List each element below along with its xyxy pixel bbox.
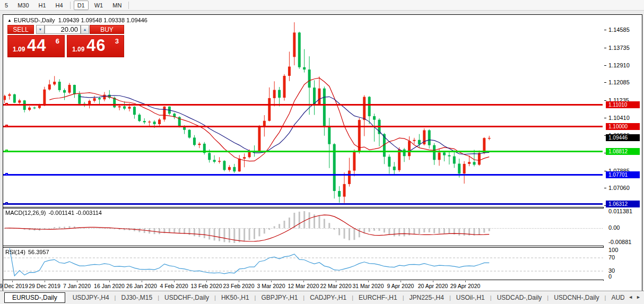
macd-axis-label: 0.011381 [608,208,632,214]
price-level-line[interactable] [3,104,603,106]
rsi-value: 56.3957 [28,249,49,255]
tab-item-usdjpy-h4[interactable]: USDJPY-,H4 [67,294,115,301]
tab-scroll-controls: ◄► [624,294,642,300]
timeframe-toolbar: 5M30H1H4D1W1MN [0,0,644,11]
date-tick [142,281,142,282]
rsi-label: RSI(14)56.3957 [5,249,49,255]
price-tick-label: 1.12910 [608,62,630,68]
date-tick [465,281,466,282]
timeframe-button-w1[interactable]: W1 [91,1,107,10]
macd-label: MACD(12,26,9)-0.001141 -0.003114 [5,210,102,216]
price-panel: ▲EURUSD-,Daily 1.09439 1.09548 1.09338 1… [3,15,604,207]
macd-axis-label: 0.00 [608,224,620,231]
date-label: 9 Apr 2020 [387,283,414,289]
price-tick [604,48,606,48]
price-level-line[interactable] [3,126,603,127]
macd-values: -0.001141 -0.003114 [48,210,102,216]
price-level-chip: 1.06312 [606,201,640,207]
timeframe-button-h4[interactable]: H4 [52,1,67,10]
price-level-line[interactable] [3,203,603,205]
volume-input[interactable] [45,25,81,34]
price-level-handle[interactable] [5,202,8,205]
chart-title-ohlc: 1.09439 1.09548 1.09338 1.09446 [58,17,147,23]
chart-title: ▲EURUSD-,Daily 1.09439 1.09548 1.09338 1… [7,17,147,23]
timeframe-button-h1[interactable]: H1 [35,1,50,10]
tab-item-usdcnh-daily[interactable]: USDCNH-,Daily [549,294,604,301]
rsi-axis-label: 0 [608,273,612,280]
price-tick [604,188,606,188]
timeframe-button-m30[interactable]: M30 [14,1,32,10]
tab-item-dj30-m15[interactable]: DJ30-,M15 [116,294,158,301]
tab-item-gbpjpy-h1[interactable]: GBPJPY-,H1 [256,294,303,301]
date-tick [174,281,175,282]
sell-price-box[interactable]: 1.09 44 6 [7,35,65,57]
sell-button[interactable]: SELL [7,25,34,34]
buy-price-prefix: 1.09 [72,46,84,53]
price-level-chip: 1.10000 [606,123,640,130]
tab-item-cadjpy-h1[interactable]: CADJPY-,H1 [304,294,352,301]
price-level-handle[interactable] [5,125,8,127]
timeframe-button-5[interactable]: 5 [1,1,12,10]
timeframe-button-mn[interactable]: MN [109,1,125,10]
date-tick [401,281,401,282]
price-axis[interactable]: 1.110101.100001.094461.088121.077011.063… [604,15,642,290]
price-tick [604,30,606,30]
sell-price-sup: 6 [56,37,59,45]
rsi-axis-label: 100 [608,247,618,253]
date-label: 20 Apr 2020 [418,283,448,289]
buy-button[interactable]: BUY [90,25,124,34]
date-tick [433,281,433,282]
tab-scroll-right-icon[interactable]: ► [636,294,641,300]
date-tick [12,281,13,282]
date-tick [239,281,239,282]
date-axis[interactable]: 19 Dec 201929 Dec 20197 Jan 202016 Jan 2… [3,281,604,290]
timeframe-button-d1[interactable]: D1 [74,1,89,10]
price-level-chip: 1.09446 [606,134,640,141]
date-label: 3 Mar 2020 [257,283,285,289]
tab-item-jpn225-h4[interactable]: JPN225-,H4 [404,294,449,301]
tab-item-usdcad-daily[interactable]: USDCAD-,Daily [492,294,547,301]
sell-price-big: 44 [27,36,46,55]
price-level-line[interactable] [3,174,603,176]
price-level-line[interactable] [3,151,603,152]
price-tick [604,82,606,83]
date-label: 19 Dec 2019 [0,283,28,289]
tab-item-eurusd-daily[interactable]: EURUSD-,Daily [4,292,65,303]
price-tick-label: 1.14585 [608,27,630,33]
date-label: 26 Jan 2020 [126,283,157,289]
date-label: 7 Jan 2020 [63,283,91,289]
date-tick [271,281,272,282]
chart-window: ▲EURUSD-,Daily 1.09439 1.09548 1.09338 1… [3,14,642,291]
price-level-handle[interactable] [5,150,8,152]
price-tick-label: 1.07060 [608,185,630,191]
date-tick [303,281,304,282]
date-label: 29 Apr 2020 [450,283,481,289]
price-level-handle[interactable] [5,173,8,176]
price-tick [604,118,606,118]
price-level-chip: 1.11010 [606,101,640,108]
date-tick [109,281,110,282]
symbol-tabbar: EURUSD-,DailyUSDJPY-,H4|DJ30-,M15|USDCHF… [0,291,644,304]
symbol-triangle-icon: ▲ [7,18,12,23]
rsi-panel: RSI(14)56.3957 [3,247,604,280]
date-label: 4 Feb 2020 [160,283,188,289]
date-label: 16 Jan 2020 [94,283,125,289]
macd-panel: MACD(12,26,9)-0.001141 -0.003114 [3,208,604,246]
date-tick [336,281,336,282]
price-level-chip: 1.08812 [606,148,640,155]
buy-price-box[interactable]: 1.09 46 3 [67,35,124,57]
rsi-canvas[interactable] [4,248,603,280]
buy-price-big: 46 [86,36,106,55]
price-level-handle[interactable] [5,103,8,106]
buy-price-sup: 3 [115,37,119,45]
volume-increase-button[interactable]: ▲ [81,25,89,34]
price-tick [604,65,606,66]
tab-item-hk50-h1[interactable]: HK50-,H1 [216,294,255,301]
date-tick [206,281,207,282]
tab-item-usoil-h1[interactable]: USOil-,H1 [451,294,490,301]
tab-item-eurchf-h1[interactable]: EURCHF-,H1 [353,294,403,301]
price-tick-label: 1.12085 [608,79,630,85]
tab-scroll-left-icon[interactable]: ◄ [628,294,633,300]
tab-item-usdchf-daily[interactable]: USDCHF-,Daily [159,294,214,301]
volume-decrease-button[interactable]: ▼ [36,25,45,34]
